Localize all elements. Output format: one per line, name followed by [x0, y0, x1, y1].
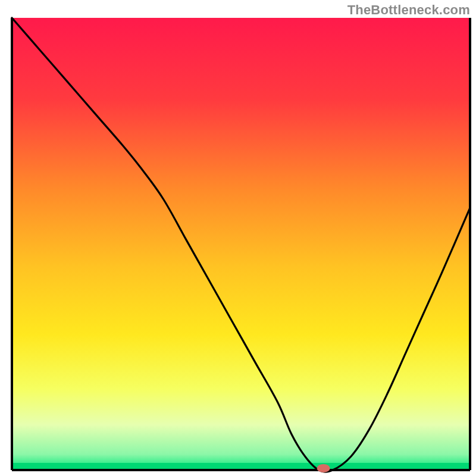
- optimal-point-marker: [317, 464, 330, 472]
- chart-svg: [0, 0, 476, 476]
- watermark-text: TheBottleneck.com: [347, 2, 470, 18]
- plot-area: [12, 18, 470, 472]
- gradient-background: [12, 18, 470, 470]
- chart-container: TheBottleneck.com: [0, 0, 476, 476]
